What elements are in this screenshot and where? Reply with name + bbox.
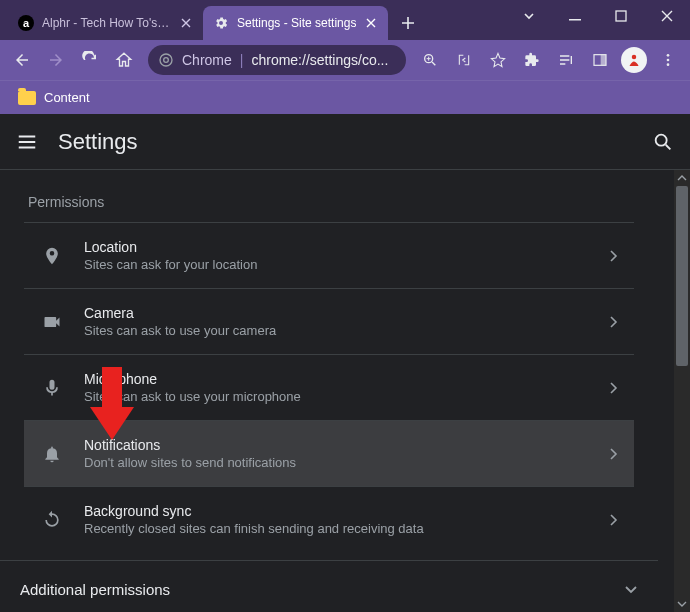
chevron-right-icon [610,316,618,328]
location-icon [40,246,64,266]
row-location[interactable]: Location Sites can ask for your location [24,222,634,288]
bookmark-folder-content[interactable]: Content [12,86,96,109]
chrome-icon [158,52,174,68]
scroll-down-icon[interactable] [674,596,690,612]
tab-alphr[interactable]: a Alphr - Tech How To's & ... [8,6,203,40]
menu-icon[interactable] [16,131,38,153]
additional-label: Additional permissions [20,581,624,598]
svg-rect-3 [616,11,626,21]
alphr-favicon: a [18,15,34,31]
chevron-right-icon [610,250,618,262]
svg-rect-2 [569,19,581,21]
gear-icon [213,15,229,31]
svg-point-12 [667,63,670,66]
svg-point-4 [160,54,172,66]
avatar [621,47,647,73]
svg-point-5 [164,58,169,63]
chevron-right-icon [610,382,618,394]
row-title: Notifications [84,437,590,453]
maximize-button[interactable] [598,0,644,32]
share-button[interactable] [448,44,480,76]
row-title: Microphone [84,371,590,387]
row-sub: Recently closed sites can finish sending… [84,521,590,536]
zoom-button[interactable] [414,44,446,76]
close-icon[interactable] [364,16,378,30]
svg-point-13 [656,134,667,145]
minimize-button[interactable] [552,0,598,32]
page-title: Settings [58,129,138,155]
row-background-sync[interactable]: Background sync Recently closed sites ca… [24,486,634,552]
content-area: Permissions Location Sites can ask for y… [0,170,690,612]
forward-button[interactable] [40,44,72,76]
section-title: Permissions [24,194,634,210]
row-notifications[interactable]: Notifications Don't allow sites to send … [24,420,634,486]
home-button[interactable] [108,44,140,76]
microphone-icon [40,378,64,398]
scroll-up-icon[interactable] [674,170,690,186]
window-controls [506,0,690,32]
omnibox-url: chrome://settings/co... [251,52,396,68]
row-sub: Sites can ask to use your camera [84,323,590,338]
chevron-right-icon [610,448,618,460]
menu-button[interactable] [652,44,684,76]
row-camera[interactable]: Camera Sites can ask to use your camera [24,288,634,354]
svg-point-9 [632,55,637,60]
bookmark-star-button[interactable] [482,44,514,76]
row-sub: Don't allow sites to send notifications [84,455,590,470]
svg-point-11 [667,59,670,62]
camera-icon [40,312,64,332]
svg-rect-8 [601,55,606,66]
omnibox-prefix: Chrome [182,52,232,68]
reading-list-button[interactable] [550,44,582,76]
tab-settings[interactable]: Settings - Site settings [203,6,388,40]
new-tab-button[interactable] [394,9,422,37]
close-icon[interactable] [179,16,193,30]
search-icon[interactable] [652,131,674,153]
browser-toolbar: Chrome | chrome://settings/co... [0,40,690,80]
row-sub: Sites can ask to use your microphone [84,389,590,404]
reload-button[interactable] [74,44,106,76]
extensions-button[interactable] [516,44,548,76]
permissions-section: Permissions Location Sites can ask for y… [0,170,658,560]
settings-appbar: Settings [0,114,690,170]
scroll-region[interactable]: Permissions Location Sites can ask for y… [0,170,674,612]
window-titlebar: a Alphr - Tech How To's & ... Settings -… [0,0,690,40]
minimize-tabsearch-button[interactable] [506,0,552,32]
bookmarks-bar: Content [0,80,690,114]
close-window-button[interactable] [644,0,690,32]
address-bar[interactable]: Chrome | chrome://settings/co... [148,45,406,75]
back-button[interactable] [6,44,38,76]
chevron-down-icon [624,585,638,595]
row-title: Camera [84,305,590,321]
svg-point-10 [667,54,670,57]
bookmark-label: Content [44,90,90,105]
folder-icon [18,91,36,105]
sync-icon [40,510,64,530]
svg-text:a: a [23,17,30,29]
profile-button[interactable] [618,44,650,76]
chevron-right-icon [610,514,618,526]
tab-title: Alphr - Tech How To's & ... [42,16,171,30]
row-title: Location [84,239,590,255]
tab-title: Settings - Site settings [237,16,356,30]
row-sub: Sites can ask for your location [84,257,590,272]
side-panel-button[interactable] [584,44,616,76]
bell-icon [40,444,64,464]
tab-strip: a Alphr - Tech How To's & ... Settings -… [0,0,422,40]
additional-permissions[interactable]: Additional permissions [0,560,658,612]
row-title: Background sync [84,503,590,519]
scrollbar[interactable] [674,170,690,612]
scrollbar-thumb[interactable] [676,186,688,366]
row-microphone[interactable]: Microphone Sites can ask to use your mic… [24,354,634,420]
